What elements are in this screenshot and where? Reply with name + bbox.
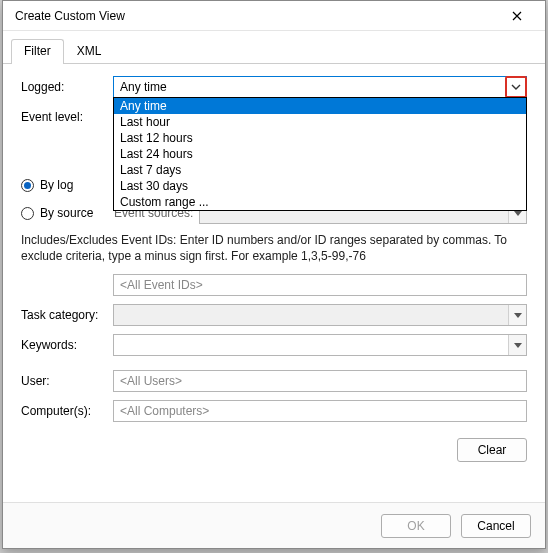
computers-label: Computer(s): xyxy=(21,404,113,418)
dialog-window: Create Custom View Filter XML Logged: An… xyxy=(2,0,546,549)
taskcategory-arrow[interactable] xyxy=(508,305,526,325)
logged-option-any-time[interactable]: Any time xyxy=(114,98,526,114)
close-icon xyxy=(512,11,522,21)
taskcategory-combobox[interactable] xyxy=(113,304,527,326)
ok-button[interactable]: OK xyxy=(381,514,451,538)
keywords-label: Keywords: xyxy=(21,338,113,352)
by-log-label: By log xyxy=(40,178,114,192)
radio-by-source[interactable] xyxy=(21,207,34,220)
title-bar: Create Custom View xyxy=(3,1,545,31)
eventids-help-text: Includes/Excludes Event IDs: Enter ID nu… xyxy=(21,232,527,264)
chevron-down-icon xyxy=(514,211,522,216)
logged-option-last-12-hours[interactable]: Last 12 hours xyxy=(114,130,526,146)
eventids-input[interactable]: <All Event IDs> xyxy=(113,274,527,296)
tab-xml[interactable]: XML xyxy=(64,39,115,63)
taskcategory-label: Task category: xyxy=(21,308,113,322)
logged-dropdown-list: Any time Last hour Last 12 hours Last 24… xyxy=(113,97,527,211)
logged-label: Logged: xyxy=(21,80,113,94)
chevron-down-icon xyxy=(511,84,521,90)
close-button[interactable] xyxy=(497,2,537,30)
dialog-body: Logged: Any time Any time Last hour Last… xyxy=(3,64,545,462)
user-label: User: xyxy=(21,374,113,388)
tab-filter[interactable]: Filter xyxy=(11,39,64,64)
by-source-label: By source xyxy=(40,206,114,220)
dialog-footer: OK Cancel xyxy=(3,502,545,548)
chevron-down-icon xyxy=(514,313,522,318)
window-title: Create Custom View xyxy=(15,9,497,23)
eventlevel-label: Event level: xyxy=(21,106,113,124)
computers-input[interactable]: <All Computers> xyxy=(113,400,527,422)
cancel-button[interactable]: Cancel xyxy=(461,514,531,538)
logged-option-custom-range[interactable]: Custom range ... xyxy=(114,194,526,210)
logged-option-last-7-days[interactable]: Last 7 days xyxy=(114,162,526,178)
clear-button[interactable]: Clear xyxy=(457,438,527,462)
dropdown-arrow-highlight[interactable] xyxy=(505,76,527,98)
logged-value: Any time xyxy=(114,80,506,94)
logged-option-last-hour[interactable]: Last hour xyxy=(114,114,526,130)
logged-option-last-24-hours[interactable]: Last 24 hours xyxy=(114,146,526,162)
user-input[interactable]: <All Users> xyxy=(113,370,527,392)
logged-option-last-30-days[interactable]: Last 30 days xyxy=(114,178,526,194)
keywords-arrow[interactable] xyxy=(508,335,526,355)
tab-bar: Filter XML xyxy=(3,31,545,64)
radio-by-log[interactable] xyxy=(21,179,34,192)
logged-dropdown[interactable]: Any time Any time Last hour Last 12 hour… xyxy=(113,76,527,98)
chevron-down-icon xyxy=(514,343,522,348)
keywords-combobox[interactable] xyxy=(113,334,527,356)
